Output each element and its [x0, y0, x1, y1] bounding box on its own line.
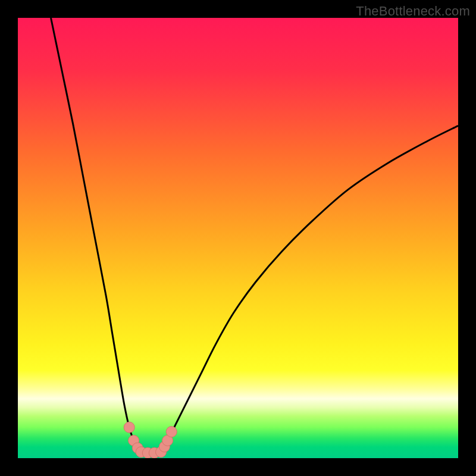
plot-area [18, 18, 458, 458]
chart-svg [18, 18, 458, 458]
data-marker [124, 422, 134, 433]
data-marker [166, 427, 177, 437]
outer-frame: TheBottleneck.com [0, 0, 476, 476]
gradient-background [18, 18, 458, 458]
watermark-text: TheBottleneck.com [356, 4, 470, 19]
